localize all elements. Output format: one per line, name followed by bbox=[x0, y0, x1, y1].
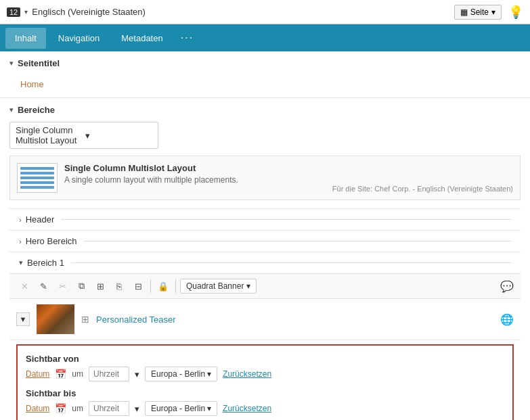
placement-label: Quadrat Banner bbox=[186, 281, 244, 291]
uhrzeit-von-chevron: ▾ bbox=[135, 369, 139, 379]
tab-bar: Inhalt Navigation Metadaten ··· bbox=[0, 24, 530, 51]
uhrzeit-bis-chevron: ▾ bbox=[135, 404, 139, 414]
bereich1-content: ✕ ✎ ✂ ⧉ ⊞ ⎘ ⊟ 🔒 Quadrat Banner ▾ bbox=[9, 273, 521, 420]
sichtbar-bis-label: Sichtbar bis bbox=[26, 388, 504, 398]
teaser-type-icon: ⊞ bbox=[81, 314, 89, 325]
seitentitel-content: Home bbox=[0, 75, 530, 97]
header-toggle-icon[interactable]: › bbox=[19, 216, 22, 224]
seitentitel-section: ▾ Seitentitel Home bbox=[0, 51, 530, 98]
page-button-chevron: ▾ bbox=[491, 7, 495, 17]
toolbar-delete-btn[interactable]: ✕ bbox=[16, 278, 32, 294]
bereiche-title: Bereiche bbox=[18, 105, 55, 115]
toolbar-paste2-btn[interactable]: ⊟ bbox=[130, 278, 146, 294]
bereich1-subsection-header[interactable]: ▾ Bereich 1 bbox=[9, 252, 521, 273]
teaser-expand-btn[interactable]: ▼ bbox=[16, 312, 30, 326]
teaser-globe-icon[interactable]: 🌐 bbox=[500, 313, 514, 326]
layout-info: Single Column Multislot Layout A single … bbox=[64, 163, 326, 185]
header-subsection: › Header bbox=[9, 208, 521, 230]
bereich1-subsection: ▾ Bereich 1 ✕ ✎ ✂ ⧉ ⊞ ⎘ ⊟ 🔒 bbox=[9, 252, 521, 420]
datum-bis-input[interactable]: Datum bbox=[26, 404, 49, 413]
top-bar-right: ▦ Seite ▾ 💡 bbox=[454, 5, 523, 20]
teaser-thumb-image bbox=[37, 304, 74, 334]
layout-line-3 bbox=[20, 177, 54, 179]
header-subsection-title: Header bbox=[26, 214, 55, 225]
calendar-bis-icon[interactable]: 📅 bbox=[55, 403, 66, 414]
toolbar-edit-btn[interactable]: ✎ bbox=[35, 278, 51, 294]
toolbar-paste-btn[interactable]: ⎘ bbox=[111, 278, 127, 294]
visibility-box: Sichtbar von Datum 📅 um ▾ Europa - Berli… bbox=[16, 344, 514, 420]
layout-preview bbox=[17, 163, 58, 193]
layout-line-2 bbox=[20, 172, 54, 174]
layout-dropdown[interactable]: Single Column Multislot Layout ▾ bbox=[9, 122, 158, 149]
seitentitel-title: Seitentitel bbox=[18, 58, 60, 68]
hero-bereich-subsection: › Hero Bereich bbox=[9, 230, 521, 252]
tab-navigation[interactable]: Navigation bbox=[49, 28, 109, 49]
timezone-bis-dropdown[interactable]: Europa - Berlin ▾ bbox=[145, 401, 217, 416]
layout-card-desc: A single column layout with multiple pla… bbox=[64, 175, 326, 185]
timezone-von-chevron: ▾ bbox=[207, 369, 211, 379]
layout-card-name: Single Column Multislot Layout bbox=[64, 163, 326, 173]
layout-site-label: Für die Site: Chef Corp. - Englisch (Ver… bbox=[332, 185, 513, 193]
bereiche-section: ▾ Bereiche Single Column Multislot Layou… bbox=[0, 98, 530, 420]
tab-metadaten[interactable]: Metadaten bbox=[112, 28, 172, 49]
timezone-bis-label: Europa - Berlin bbox=[151, 404, 205, 413]
sichtbar-bis-row: Datum 📅 um ▾ Europa - Berlin ▾ Zurückset… bbox=[26, 401, 504, 416]
layout-line-1 bbox=[20, 167, 54, 170]
toolbar-copy2-btn[interactable]: ⊞ bbox=[92, 278, 108, 294]
uhrzeit-bis-input[interactable] bbox=[89, 401, 129, 416]
grid-icon: ▦ bbox=[460, 7, 468, 17]
bereiche-header[interactable]: ▾ Bereiche bbox=[0, 98, 530, 122]
timezone-bis-chevron: ▾ bbox=[207, 404, 211, 413]
hero-toggle-icon[interactable]: › bbox=[19, 237, 22, 246]
home-value[interactable]: Home bbox=[20, 79, 44, 89]
reset-bis-link[interactable]: Zurücksetzen bbox=[223, 404, 271, 413]
header-subsection-header[interactable]: › Header bbox=[9, 209, 521, 230]
datum-von-input[interactable]: Datum bbox=[26, 369, 49, 379]
personalized-teaser-item: ▼ ⊞ Personalized Teaser 🌐 bbox=[9, 299, 521, 340]
seitentitel-header[interactable]: ▾ Seitentitel bbox=[0, 51, 530, 75]
bereich1-line bbox=[71, 262, 511, 263]
uhrzeit-von-input[interactable] bbox=[89, 367, 129, 381]
sichtbar-von-row: Datum 📅 um ▾ Europa - Berlin ▾ Zurückset… bbox=[26, 367, 504, 381]
tab-more[interactable]: ··· bbox=[175, 29, 199, 47]
bereiche-toggle[interactable]: ▾ bbox=[9, 106, 14, 114]
bereich1-title: Bereich 1 bbox=[27, 258, 64, 268]
page-button[interactable]: ▦ Seite ▾ bbox=[454, 5, 502, 20]
top-bar-left: 12 ▾ Englisch (Vereinigte Staaten) bbox=[7, 7, 449, 17]
page-number-chevron[interactable]: ▾ bbox=[24, 8, 28, 16]
layout-select-row: Single Column Multislot Layout ▾ bbox=[9, 122, 521, 149]
layout-card: Single Column Multislot Layout A single … bbox=[9, 156, 521, 200]
timezone-von-dropdown[interactable]: Europa - Berlin ▾ bbox=[145, 367, 217, 381]
page-number: 12 bbox=[7, 7, 20, 17]
toolbar-cut-btn[interactable]: ✂ bbox=[54, 278, 70, 294]
layout-line-4 bbox=[20, 181, 54, 184]
reset-von-link[interactable]: Zurücksetzen bbox=[223, 369, 271, 379]
teaser-thumbnail bbox=[37, 304, 74, 334]
toolbar-copy-btn[interactable]: ⧉ bbox=[73, 278, 89, 294]
teaser-label[interactable]: Personalized Teaser bbox=[96, 314, 493, 325]
toolbar-lock-btn[interactable]: 🔒 bbox=[155, 278, 171, 294]
calendar-von-icon[interactable]: 📅 bbox=[55, 369, 66, 379]
timezone-von-label: Europa - Berlin bbox=[151, 369, 205, 379]
hero-line bbox=[84, 241, 511, 241]
layout-lines bbox=[17, 163, 58, 193]
bereich1-toggle-icon[interactable]: ▾ bbox=[19, 258, 23, 267]
page-button-label: Seite bbox=[470, 7, 489, 17]
main-content: ▾ Seitentitel Home ▾ Bereiche Single Col… bbox=[0, 51, 530, 420]
toolbar-chat-icon[interactable]: 💬 bbox=[500, 280, 514, 293]
top-bar: 12 ▾ Englisch (Vereinigte Staaten) ▦ Sei… bbox=[0, 0, 530, 24]
toolbar-sep1 bbox=[150, 279, 151, 293]
hero-bereich-subsection-header[interactable]: › Hero Bereich bbox=[9, 231, 521, 252]
header-line bbox=[61, 219, 511, 220]
bulb-icon[interactable]: 💡 bbox=[508, 5, 523, 20]
hero-bereich-title: Hero Bereich bbox=[26, 236, 77, 246]
language-label: Englisch (Vereinigte Staaten) bbox=[32, 7, 146, 17]
bereich1-toolbar: ✕ ✎ ✂ ⧉ ⊞ ⎘ ⊟ 🔒 Quadrat Banner ▾ bbox=[9, 273, 521, 299]
um-von-text: um bbox=[72, 369, 83, 379]
layout-dropdown-label: Single Column Multislot Layout bbox=[16, 125, 83, 145]
tab-inhalt[interactable]: Inhalt bbox=[5, 28, 46, 49]
seitentitel-toggle[interactable]: ▾ bbox=[9, 59, 14, 68]
placement-dropdown[interactable]: Quadrat Banner ▾ bbox=[180, 279, 257, 294]
placement-chevron: ▾ bbox=[246, 281, 250, 291]
layout-dropdown-chevron: ▾ bbox=[85, 131, 152, 141]
